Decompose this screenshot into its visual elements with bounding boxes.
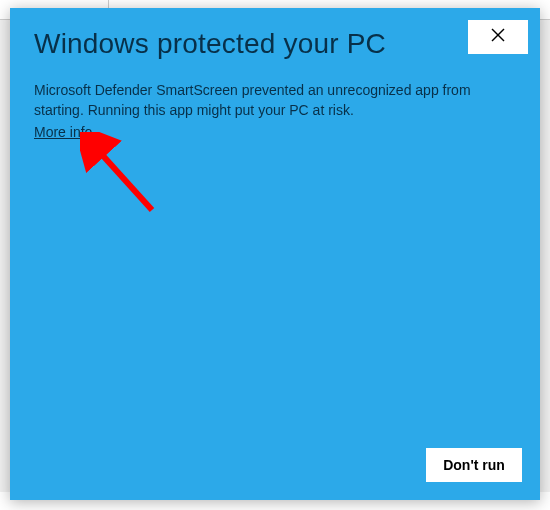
close-icon (491, 28, 505, 46)
dialog-title: Windows protected your PC (34, 28, 386, 60)
more-info-link[interactable]: More info (34, 124, 92, 140)
smartscreen-dialog: Windows protected your PC Microsoft Defe… (10, 8, 540, 500)
annotation-arrow-icon (80, 132, 170, 236)
dont-run-button[interactable]: Don't run (426, 448, 522, 482)
dialog-body-text: Microsoft Defender SmartScreen prevented… (34, 80, 510, 120)
svg-line-3 (96, 148, 152, 210)
close-button[interactable] (468, 20, 528, 54)
dont-run-label: Don't run (443, 457, 505, 473)
